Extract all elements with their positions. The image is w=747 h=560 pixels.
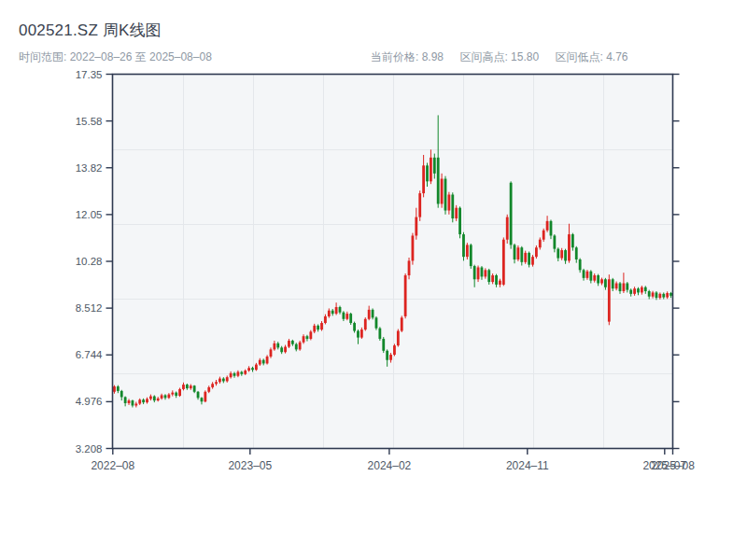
candle-body xyxy=(644,287,647,291)
candle xyxy=(412,233,415,265)
candle-body xyxy=(157,399,160,400)
candle-body xyxy=(437,158,440,204)
candle xyxy=(378,327,381,341)
candle xyxy=(393,343,396,356)
candle-body xyxy=(589,272,592,281)
candle-body xyxy=(309,331,312,339)
candle xyxy=(502,237,505,286)
candle-body xyxy=(138,399,141,403)
candle-body xyxy=(502,240,505,285)
candle-body xyxy=(641,287,643,293)
candle-body xyxy=(378,329,381,339)
y-tick-label: 15.58 xyxy=(76,116,103,127)
candle-body xyxy=(270,349,273,357)
candle-body xyxy=(226,377,229,381)
candle-body xyxy=(568,234,571,260)
candle-body xyxy=(433,158,436,174)
candle xyxy=(458,206,461,238)
candle-body xyxy=(288,341,290,347)
candle-body xyxy=(240,371,243,373)
candle-body xyxy=(345,314,348,319)
candle-body xyxy=(658,294,661,298)
candle-body xyxy=(510,183,513,245)
x-tick-label: 2024–11 xyxy=(506,459,549,472)
candle-body xyxy=(418,193,421,217)
candle-body xyxy=(426,165,429,181)
candle-body xyxy=(444,179,447,211)
candle-body xyxy=(375,317,378,328)
candle-body xyxy=(535,247,538,257)
candle-body xyxy=(514,245,516,259)
candle-body xyxy=(153,397,156,401)
y-tick-label: 3.208 xyxy=(76,443,103,455)
candle-body xyxy=(401,317,403,330)
candle-body xyxy=(491,275,494,282)
candle xyxy=(506,215,509,244)
candle-body xyxy=(451,195,454,219)
candle-body xyxy=(430,158,432,182)
candle-body xyxy=(560,250,563,259)
candle-body xyxy=(146,399,148,402)
candle-body xyxy=(357,331,359,338)
candle-body xyxy=(593,275,596,281)
candle-body xyxy=(237,371,240,375)
candle-body xyxy=(382,339,385,351)
candle-body xyxy=(197,392,200,399)
candle-body xyxy=(291,341,294,344)
candle-body xyxy=(303,336,305,343)
candle-body xyxy=(564,250,567,260)
candle-body xyxy=(608,279,611,321)
candle-body xyxy=(470,245,472,266)
x-axis: 2022–082023–052024–022024–112025–072025–… xyxy=(91,449,695,472)
x-tick-label: 2022–08 xyxy=(91,459,134,472)
candle-body xyxy=(349,314,352,323)
candle-body xyxy=(662,294,665,298)
candle xyxy=(401,315,403,332)
candle-body xyxy=(262,360,265,364)
candle xyxy=(364,317,367,330)
candle-body xyxy=(404,275,407,316)
y-tick-label: 13.82 xyxy=(76,162,103,174)
candle-body xyxy=(629,290,632,294)
candle-body xyxy=(553,235,556,248)
candle xyxy=(451,192,454,222)
candle-body xyxy=(284,347,287,353)
candle-body xyxy=(324,316,327,323)
candle xyxy=(418,190,421,221)
x-tick-label: 2025–08 xyxy=(651,459,695,472)
candle-body xyxy=(597,275,599,284)
y-tick-label: 8.512 xyxy=(76,302,103,314)
candle-body xyxy=(422,165,425,193)
candle-body xyxy=(233,373,236,376)
candle-body xyxy=(481,267,484,276)
candle-body xyxy=(477,267,480,279)
candle-body xyxy=(190,385,192,388)
candle-body xyxy=(218,379,221,383)
candle-body xyxy=(372,310,374,318)
y-tick-label: 17.35 xyxy=(76,69,103,80)
candle-body xyxy=(266,357,269,363)
candle-body xyxy=(462,234,465,257)
candle-body xyxy=(615,284,618,289)
x-tick-label: 2024–02 xyxy=(368,459,412,472)
candle-body xyxy=(120,391,123,398)
candle-body xyxy=(276,343,279,348)
candle-body xyxy=(280,347,283,352)
candle-body xyxy=(328,311,331,316)
candle-body xyxy=(201,398,204,401)
candle-body xyxy=(368,310,371,319)
candle-body xyxy=(215,382,218,384)
candle-body xyxy=(524,253,527,262)
candle xyxy=(204,390,206,402)
candle-body xyxy=(142,399,145,402)
kline-chart: 17.3515.5813.8212.0510.288.5126.7444.976… xyxy=(0,0,747,560)
candle-body xyxy=(251,368,254,370)
y-tick-label: 6.744 xyxy=(76,349,103,360)
candle-body xyxy=(539,240,542,248)
plot-area xyxy=(113,75,673,449)
candle-body xyxy=(117,386,120,391)
candle-body xyxy=(604,279,607,287)
candle-body xyxy=(487,270,490,282)
candle-body xyxy=(247,368,250,371)
candle-body xyxy=(637,288,640,292)
